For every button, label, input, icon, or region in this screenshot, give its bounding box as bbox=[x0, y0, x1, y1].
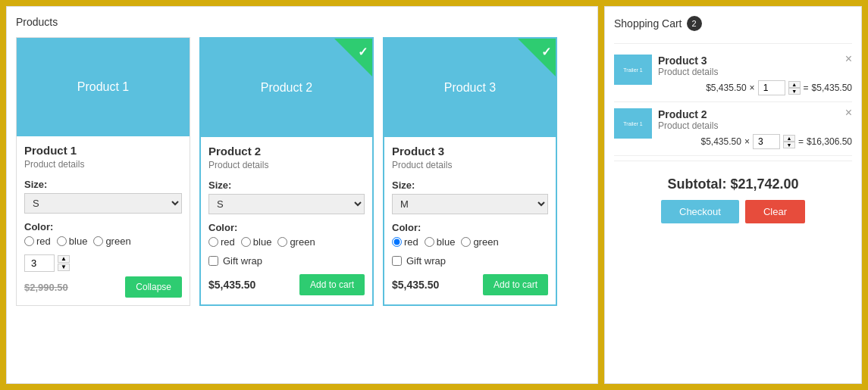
radio-blue-2[interactable] bbox=[241, 237, 251, 247]
size-label-1: Size: bbox=[24, 179, 182, 190]
radio-green-2[interactable] bbox=[277, 237, 287, 247]
cart-qty-input-1[interactable] bbox=[758, 80, 785, 95]
cart-item-pricing-1: $5,435.50 × ▲ ▼ = $5,435.50 bbox=[658, 80, 852, 95]
collapse-label-1: Collapse bbox=[136, 282, 171, 292]
products-panel: Products Product 1 Product 1 Product det… bbox=[6, 6, 598, 384]
product-body-3: Product 3 Product details Size: SMLXL Co… bbox=[384, 137, 556, 303]
cart-total-2: $16,306.50 bbox=[807, 136, 852, 147]
size-select-1[interactable]: SMLXL bbox=[24, 193, 182, 214]
cart-equals-2: = bbox=[798, 136, 804, 147]
add-to-cart-btn-3[interactable]: Add to cart bbox=[483, 274, 548, 295]
product-price-3: $5,435.50 bbox=[392, 279, 439, 291]
cart-divider-bottom bbox=[614, 161, 852, 161]
color-blue-2[interactable]: blue bbox=[241, 236, 272, 248]
cart-panel: Shopping Cart 2 Trailer 1 Product 3 Prod… bbox=[604, 6, 862, 384]
cart-unit-price-1: $5,435.50 bbox=[706, 83, 746, 93]
giftwrap-checkbox-2[interactable] bbox=[208, 256, 218, 266]
cart-item-detail-1: Product details bbox=[658, 67, 852, 77]
product-body-2: Product 2 Product details Size: SMLXL Co… bbox=[201, 137, 372, 303]
product-footer-1: $2,990.50 Collapse bbox=[24, 276, 182, 298]
product-card-1: Product 1 Product 1 Product details Size… bbox=[16, 37, 190, 306]
cart-qty-up-2[interactable]: ▲ bbox=[783, 135, 795, 142]
product-image-2: Product 2 ✓ bbox=[201, 39, 372, 137]
cart-equals-1: = bbox=[804, 83, 809, 93]
cart-multiply-1: × bbox=[750, 83, 755, 93]
giftwrap-label-2: Gift wrap bbox=[223, 255, 262, 267]
size-label-3: Size: bbox=[392, 179, 548, 191]
radio-blue-3[interactable] bbox=[425, 237, 434, 247]
radio-blue-1[interactable] bbox=[57, 236, 67, 246]
cart-remove-btn-2[interactable]: × bbox=[845, 107, 852, 119]
color-red-1[interactable]: red bbox=[24, 236, 51, 247]
color-blue-1[interactable]: blue bbox=[57, 236, 88, 247]
giftwrap-checkbox-3[interactable] bbox=[392, 256, 402, 266]
product-card-3: Product 3 ✓ Product 3 Product details Si… bbox=[383, 37, 557, 306]
color-group-3: red blue green bbox=[392, 236, 548, 248]
product-card-2: Product 2 ✓ Product 2 Product details Si… bbox=[199, 37, 374, 306]
subtotal-row: Subtotal: $21,742.00 bbox=[614, 166, 852, 200]
cart-item-info-1: Product 3 Product details $5,435.50 × ▲ … bbox=[658, 55, 852, 95]
cart-item-pricing-2: $5,435.50 × ▲ ▼ = $16,306.50 bbox=[658, 134, 852, 149]
product-image-label-2: Product 2 bbox=[261, 81, 312, 95]
qty-up-1[interactable]: ▲ bbox=[58, 255, 70, 263]
size-select-2[interactable]: SMLXL bbox=[208, 194, 365, 214]
checkmark-badge-3: ✓ bbox=[518, 39, 556, 76]
products-grid: Product 1 Product 1 Product details Size… bbox=[16, 37, 588, 306]
cart-item-detail-2: Product details bbox=[658, 120, 852, 131]
checkout-button[interactable]: Checkout bbox=[661, 200, 739, 223]
cart-qty-up-1[interactable]: ▲ bbox=[788, 81, 801, 88]
radio-green-3[interactable] bbox=[461, 237, 471, 247]
giftwrap-row-2: Gift wrap bbox=[208, 255, 365, 267]
product-image-label-3: Product 3 bbox=[444, 81, 496, 95]
cart-actions: Checkout Clear bbox=[614, 200, 852, 223]
add-to-cart-btn-2[interactable]: Add to cart bbox=[299, 274, 365, 295]
quantity-input-1[interactable] bbox=[24, 254, 55, 272]
color-label-1: Color: bbox=[24, 221, 182, 232]
color-blue-3[interactable]: blue bbox=[425, 236, 456, 248]
cart-unit-price-2: $5,435.50 bbox=[701, 136, 741, 147]
qty-down-1[interactable]: ▼ bbox=[58, 264, 70, 271]
cart-item-info-2: Product 2 Product details $5,435.50 × ▲ … bbox=[658, 108, 852, 149]
product-image-label-1: Product 1 bbox=[77, 80, 129, 94]
add-to-cart-btn-1[interactable]: Collapse bbox=[125, 276, 182, 298]
product-details-3: Product details bbox=[392, 160, 548, 170]
cart-total-1: $5,435.50 bbox=[812, 83, 852, 93]
radio-red-1[interactable] bbox=[24, 236, 34, 246]
cart-qty-down-1[interactable]: ▼ bbox=[788, 88, 801, 95]
radio-red-3[interactable] bbox=[392, 237, 402, 247]
product-body-1: Product 1 Product details Size: SMLXL Co… bbox=[17, 136, 190, 305]
products-title: Products bbox=[16, 16, 588, 28]
product-details-2: Product details bbox=[208, 160, 365, 170]
product-name-1: Product 1 bbox=[24, 144, 182, 157]
color-label-2: Color: bbox=[208, 222, 365, 233]
main-container: Products Product 1 Product 1 Product det… bbox=[0, 0, 868, 390]
product-image-1: Product 1 bbox=[17, 38, 190, 136]
color-green-2[interactable]: green bbox=[277, 236, 315, 248]
cart-remove-btn-1[interactable]: × bbox=[845, 53, 852, 65]
quantity-row-1: ▲ ▼ bbox=[24, 254, 182, 272]
cart-item-name-1: Product 3 bbox=[658, 55, 852, 67]
cart-spinner-2: ▲ ▼ bbox=[783, 135, 795, 148]
product-price-2: $5,435.50 bbox=[208, 279, 255, 291]
cart-qty-down-2[interactable]: ▼ bbox=[783, 142, 795, 148]
cart-thumb-label-2: Trailer 1 bbox=[623, 121, 642, 126]
size-select-3[interactable]: SMLXL bbox=[392, 194, 548, 214]
radio-red-2[interactable] bbox=[208, 237, 218, 247]
clear-button[interactable]: Clear bbox=[745, 200, 805, 223]
color-green-3[interactable]: green bbox=[461, 236, 498, 248]
product-price-1: $2,990.50 bbox=[24, 282, 68, 293]
cart-title-label: Shopping Cart bbox=[614, 17, 682, 30]
cart-item-name-2: Product 2 bbox=[658, 108, 852, 120]
cart-qty-input-2[interactable] bbox=[753, 134, 780, 149]
check-icon-3: ✓ bbox=[541, 45, 551, 59]
cart-title: Shopping Cart 2 bbox=[614, 16, 852, 31]
color-green-1[interactable]: green bbox=[93, 236, 130, 247]
radio-green-1[interactable] bbox=[93, 236, 103, 246]
color-group-1: red blue green bbox=[24, 236, 182, 247]
color-red-3[interactable]: red bbox=[392, 236, 418, 248]
cart-divider-top bbox=[614, 43, 852, 44]
spinner-1: ▲ ▼ bbox=[58, 255, 70, 271]
color-red-2[interactable]: red bbox=[208, 236, 235, 248]
product-name-2: Product 2 bbox=[208, 145, 365, 158]
cart-item-2: Trailer 1 Product 2 Product details $5,4… bbox=[614, 102, 852, 156]
